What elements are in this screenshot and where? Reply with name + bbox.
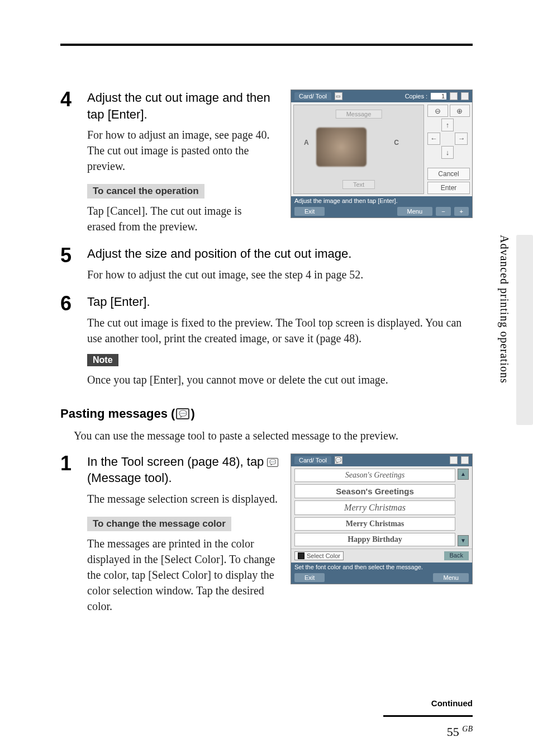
step-5: 5 Adjust the size and position of the cu…: [60, 245, 473, 282]
figure-tab-bar: Card/ Tool 💬: [291, 454, 472, 466]
message-mode-icon: 💬: [335, 456, 342, 464]
step-text: The cut out image is fixed to the previe…: [87, 315, 473, 346]
exit-button[interactable]: Exit: [294, 207, 325, 216]
scroll-up-button[interactable]: ▲: [458, 469, 469, 480]
direction-pad: ↑ ←→ ↓: [427, 119, 468, 159]
dpad-right[interactable]: →: [455, 133, 468, 145]
tool-mode-icon: ▭: [335, 92, 342, 100]
zoom-out-button[interactable]: ⊖: [427, 105, 448, 117]
top-rule: [60, 44, 473, 46]
figure-tab-bar: Card/ Tool ▭ Copies : 1: [291, 90, 472, 102]
figure-status-text: Set the font color and then select the m…: [291, 563, 472, 571]
step-number: 5: [60, 245, 87, 282]
message-option[interactable]: Merry Christmas: [294, 500, 455, 515]
step-number: 1: [60, 453, 87, 614]
status-icon-a: [450, 456, 458, 464]
marker-c: C: [394, 139, 399, 147]
status-icon-a: [450, 92, 458, 100]
dpad-up[interactable]: ↑: [441, 119, 454, 131]
preview-area[interactable]: Message A C Text: [293, 105, 424, 194]
step-title: Tap [Enter].: [87, 294, 473, 310]
step-title: Adjust the size and position of the cut …: [87, 245, 473, 262]
plus-button[interactable]: +: [454, 207, 469, 216]
dpad-left[interactable]: ←: [427, 133, 440, 145]
copies-label: Copies :: [405, 93, 427, 100]
step-title: In the Tool screen (page 48), tap 💬 (Mes…: [87, 453, 280, 486]
message-tool-icon: 💬: [267, 458, 278, 467]
select-color-label: Select Color: [307, 552, 340, 559]
message-tool-icon: 💬: [176, 408, 189, 419]
figure-adjust-image: Card/ Tool ▭ Copies : 1 Message A C Text: [291, 89, 473, 218]
copies-value[interactable]: 1: [431, 93, 446, 100]
color-swatch: [298, 552, 304, 559]
menu-button[interactable]: Menu: [397, 207, 433, 216]
message-option[interactable]: Merry Christmas: [294, 517, 455, 531]
message-option[interactable]: Season's Greetings: [294, 469, 455, 482]
back-button[interactable]: Back: [444, 551, 469, 560]
page-number: 55 GB: [447, 725, 473, 739]
message-tag[interactable]: Message: [336, 110, 382, 119]
step-6: 6 Tap [Enter]. The cut out image is fixe…: [60, 294, 473, 388]
message-option[interactable]: Happy Birthday: [294, 533, 455, 546]
cancel-operation-text: Tap [Cancel]. The cut out image is erase…: [87, 203, 273, 234]
cancel-button[interactable]: Cancel: [427, 168, 470, 180]
message-option[interactable]: Season's Greetings: [294, 484, 455, 498]
minus-button[interactable]: −: [436, 207, 450, 216]
select-color-button[interactable]: Select Color: [294, 551, 344, 560]
scroll-down-button[interactable]: ▼: [458, 535, 469, 546]
step-text: For how to adjust an image, see page 40.…: [87, 127, 273, 174]
thumb-tab: [516, 235, 533, 425]
pasting-messages-heading: Pasting messages ( 💬 ): [60, 407, 473, 421]
cutout-image[interactable]: [316, 127, 367, 167]
step-text: For how to adjust the cut out image, see…: [87, 267, 473, 282]
step-text: The message selection screen is displaye…: [87, 491, 280, 507]
dpad-down[interactable]: ↓: [441, 146, 454, 159]
figure-status-text: Adjust the image and then tap [Enter].: [291, 196, 472, 205]
message-step-1: 1 In the Tool screen (page 48), tap 💬 (M…: [60, 453, 280, 614]
step-number: 4: [60, 89, 87, 234]
message-options-list: Season's Greetings Season's Greetings Me…: [294, 469, 455, 546]
status-icon-b: [461, 92, 469, 100]
menu-button[interactable]: Menu: [433, 573, 469, 582]
continued-label: Continued: [431, 698, 473, 708]
section-intro: You can use the message tool to paste a …: [74, 428, 473, 443]
exit-button[interactable]: Exit: [294, 573, 325, 582]
marker-a: A: [304, 139, 309, 147]
note-text: Once you tap [Enter], you cannot move or…: [87, 372, 473, 388]
status-icon-b: [461, 456, 469, 464]
step-number: 6: [60, 294, 87, 388]
change-color-text: The messages are printed in the color di…: [87, 536, 280, 614]
side-section-label: Advanced printing operations: [498, 235, 511, 384]
zoom-in-button[interactable]: ⊕: [450, 105, 470, 117]
step-title: Adjust the cut out image and then tap [E…: [87, 89, 273, 122]
note-label: Note: [87, 354, 118, 366]
enter-button[interactable]: Enter: [427, 182, 470, 194]
step-4: 4 Adjust the cut out image and then tap …: [60, 89, 273, 234]
figure-message-selection: Card/ Tool 💬 Season's Greetings Season's…: [291, 453, 473, 584]
change-color-heading: To change the message color: [87, 517, 231, 531]
cancel-operation-heading: To cancel the operation: [87, 184, 204, 199]
text-tag[interactable]: Text: [342, 180, 375, 189]
tab-card[interactable]: Card/ Tool: [294, 456, 331, 464]
bottom-rule: [383, 715, 473, 717]
tab-card[interactable]: Card/ Tool: [294, 92, 331, 100]
